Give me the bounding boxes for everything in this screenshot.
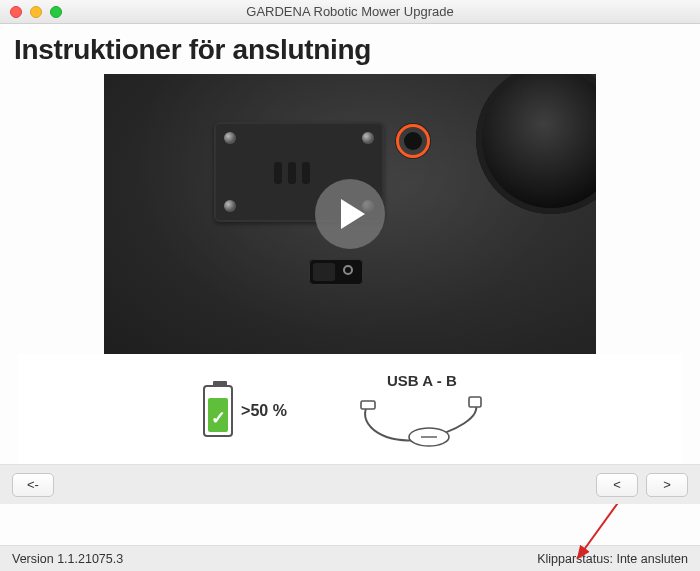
traffic-lights: [10, 6, 62, 18]
instruction-video[interactable]: [104, 74, 596, 354]
usb-cable-requirement: USB A - B: [347, 372, 497, 451]
requirements-diagram: ✓ >50 % USB A - B: [18, 354, 682, 464]
status-bar: Version 1.1.21075.3 Klipparstatus: Inte …: [0, 545, 700, 571]
window-title: GARDENA Robotic Mower Upgrade: [0, 4, 700, 19]
mower-status-label: Klipparstatus: Inte ansluten: [537, 552, 688, 566]
battery-requirement: ✓ >50 %: [203, 385, 287, 437]
prev-button[interactable]: <: [596, 473, 638, 497]
back-button[interactable]: <-: [12, 473, 54, 497]
minimize-icon[interactable]: [30, 6, 42, 18]
close-icon[interactable]: [10, 6, 22, 18]
power-switch-illustration: [309, 259, 363, 285]
titlebar: GARDENA Robotic Mower Upgrade: [0, 0, 700, 24]
svg-rect-1: [469, 397, 481, 407]
content-area: Instruktioner för anslutning: [0, 24, 700, 545]
fullscreen-icon[interactable]: [50, 6, 62, 18]
svg-rect-0: [361, 401, 375, 409]
play-icon: [341, 199, 365, 229]
battery-level-label: >50 %: [241, 402, 287, 420]
battery-icon: ✓: [203, 385, 233, 437]
checkmark-icon: ✓: [211, 407, 226, 429]
page-title: Instruktioner för anslutning: [0, 24, 700, 74]
version-label: Version 1.1.21075.3: [12, 552, 123, 566]
next-button[interactable]: >: [646, 473, 688, 497]
play-button[interactable]: [315, 179, 385, 249]
footer-nav: <- < >: [0, 464, 700, 504]
usb-port-highlight-icon: [396, 124, 430, 158]
usb-cable-icon: [347, 391, 497, 451]
app-window: GARDENA Robotic Mower Upgrade Instruktio…: [0, 0, 700, 571]
usb-label: USB A - B: [387, 372, 457, 389]
